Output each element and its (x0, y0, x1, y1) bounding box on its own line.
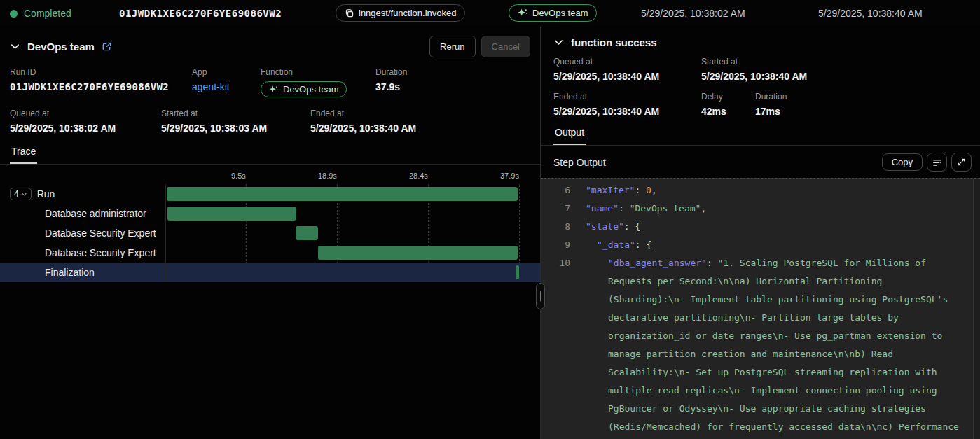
trace-span-bar[interactable] (516, 265, 519, 279)
step-duration-value: 17ms (755, 106, 787, 117)
code-line: 7"name": "DevOps team", (541, 200, 980, 218)
trace-row-lane (166, 184, 522, 204)
run-id-value: 01JWDK1XE6C270F6YE69086VW2 (10, 81, 192, 92)
line-number: 9 (541, 236, 570, 254)
tab-trace[interactable]: Trace (10, 143, 37, 164)
trace-span-bar[interactable] (318, 246, 517, 260)
run-details-panel: DevOps team Rerun Cancel Run ID 01JWDK1X… (0, 27, 541, 439)
ended-at-value: 5/29/2025, 10:38:40 AM (310, 123, 416, 134)
trace-axis: 9.5s18.9s28.4s37.9s (166, 172, 522, 184)
trace-row[interactable]: Database administrator (0, 204, 540, 223)
code-scrollbar[interactable] (973, 179, 980, 439)
collapse-chevron-icon[interactable] (553, 37, 564, 48)
duration-value: 37.9s (375, 81, 407, 92)
step-count-toggle[interactable]: 4 (10, 188, 32, 200)
code-lines: 6"maxIter": 0,7"name": "DevOps team",8"s… (541, 181, 980, 439)
copy-button[interactable]: Copy (882, 153, 923, 171)
external-link-icon[interactable] (102, 41, 112, 52)
step-queued-value: 5/29/2025, 10:38:40 AM (553, 71, 701, 82)
step-output-title: Step Output (553, 157, 606, 168)
chevron-down-icon (21, 191, 27, 197)
trace-row-name: Finalization (0, 263, 166, 282)
axis-tick-label: 9.5s (231, 172, 246, 180)
step-delay-value: 42ms (701, 106, 755, 117)
started-at-value: 5/29/2025, 10:38:03 AM (161, 123, 310, 134)
app-label: App (192, 67, 261, 77)
code-text: "state": { (586, 218, 660, 236)
trace-row[interactable]: Finalization (0, 263, 540, 282)
trace-row-lane (166, 243, 522, 263)
trace-span-bar[interactable] (167, 187, 518, 201)
line-number: 6 (541, 181, 570, 200)
function-badge-label: DevOps team (283, 84, 338, 95)
cancel-button[interactable]: Cancel (481, 36, 530, 57)
code-viewer: 6"maxIter": 0,7"name": "DevOps team",8"s… (541, 178, 980, 439)
ended-at-label: Ended at (310, 109, 416, 118)
code-line: 6"maxIter": 0, (541, 181, 980, 200)
step-output-toolbar: Step Output Copy (541, 146, 980, 178)
copy-stack-icon (345, 8, 354, 18)
function-badge-topbar-label: DevOps team (532, 8, 588, 18)
function-badge-topbar[interactable]: DevOps team (509, 4, 597, 22)
step-ended-label: Ended at (553, 92, 701, 102)
trace-timeline: 9.5s18.9s28.4s37.9s 4RunDatabase adminis… (0, 172, 540, 282)
event-badge[interactable]: inngest/function.invoked (336, 4, 465, 22)
topbar-ended-time: 5/29/2025, 10:38:40 AM (818, 8, 923, 19)
collapse-chevron-icon[interactable] (10, 41, 20, 52)
tab-output[interactable]: Output (553, 124, 586, 145)
trace-row-label: Run (37, 188, 55, 200)
queued-at-label: Queued at (10, 109, 161, 118)
sparkle-icon (269, 85, 279, 95)
topbar-queued-time: 5/29/2025, 10:38:02 AM (641, 8, 745, 19)
step-duration-label: Duration (755, 92, 787, 102)
trace-row[interactable]: Database Security Expert (0, 223, 540, 243)
axis-tick-label: 37.9s (500, 172, 519, 180)
word-wrap-button[interactable] (927, 153, 947, 172)
axis-tick-label: 28.4s (409, 172, 428, 180)
panel-resize-handle[interactable] (536, 283, 545, 309)
main-split: DevOps team Rerun Cancel Run ID 01JWDK1X… (0, 27, 980, 439)
code-text: "name": "DevOps team", (586, 200, 726, 218)
sparkle-icon (518, 8, 528, 18)
trace-row-name: Database Security Expert (0, 223, 166, 243)
rerun-button[interactable]: Rerun (429, 36, 475, 57)
app-link[interactable]: agent-kit (192, 81, 261, 92)
trace-tabs: Trace (0, 143, 540, 165)
code-line: 10"dba_agent_answer": "1. Scaling Postgr… (541, 254, 980, 439)
code-line: 9"_data": { (541, 236, 980, 254)
trace-row-name: Database Security Expert (0, 243, 166, 263)
event-badge-label: inngest/function.invoked (359, 8, 456, 18)
run-panel-title: DevOps team (27, 41, 95, 53)
step-started-label: Started at (701, 57, 807, 67)
axis-tick-label: 18.9s (318, 172, 337, 180)
trace-rows: 4RunDatabase administratorDatabase Secur… (0, 184, 540, 282)
code-text: "_data": { (597, 236, 671, 254)
output-tabs: Output (541, 124, 980, 146)
step-details-panel: function success Queued at 5/29/2025, 10… (541, 27, 980, 439)
trace-row-label: Database Security Expert (45, 228, 156, 239)
function-badge[interactable]: DevOps team (261, 81, 347, 97)
top-bar: Completed 01JWDK1XE6C270F6YE69086VW2 inn… (0, 0, 980, 27)
step-queued-label: Queued at (553, 57, 701, 67)
trace-row-label: Finalization (45, 267, 95, 278)
trace-row-lane (166, 263, 522, 282)
started-at-label: Started at (161, 109, 310, 118)
trace-span-bar[interactable] (296, 226, 318, 240)
trace-span-bar[interactable] (167, 207, 296, 221)
step-ended-value: 5/29/2025, 10:38:40 AM (553, 106, 701, 117)
step-delay-label: Delay (701, 92, 755, 102)
trace-row[interactable]: Database Security Expert (0, 243, 540, 263)
trace-row-lane (166, 204, 522, 223)
expand-icon (956, 157, 967, 167)
trace-row-name: Database administrator (0, 204, 166, 223)
trace-row[interactable]: 4Run (0, 184, 540, 204)
line-number: 10 (541, 254, 570, 439)
line-number: 7 (541, 200, 570, 218)
function-label: Function (261, 67, 375, 77)
run-id-label: Run ID (10, 67, 192, 77)
expand-button[interactable] (951, 153, 972, 172)
line-number: 8 (541, 218, 570, 236)
code-text: "maxIter": 0, (586, 181, 677, 200)
run-id-topbar: 01JWDK1XE6C270F6YE69086VW2 (119, 8, 282, 19)
trace-row-lane (166, 223, 522, 243)
